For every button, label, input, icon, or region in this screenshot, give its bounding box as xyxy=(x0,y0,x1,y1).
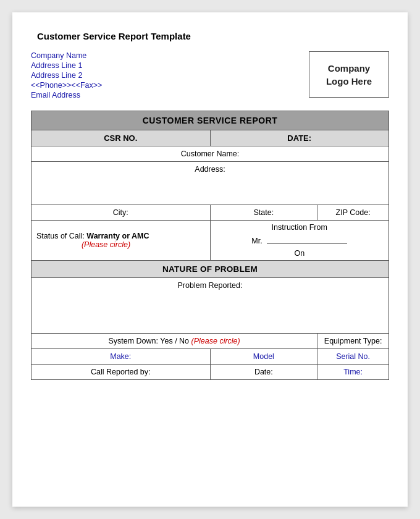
system-down-cell: System Down: Yes / No (Please circle) xyxy=(32,334,317,349)
mr-input-line xyxy=(267,243,347,243)
zip-cell: ZIP Code: xyxy=(317,205,389,221)
page: Customer Service Report Template Company… xyxy=(12,12,408,507)
time-label: Time: xyxy=(343,368,363,376)
serial-cell: Serial No. xyxy=(317,349,389,365)
mr-line-row: Mr. xyxy=(216,237,384,245)
nature-header-row: NATURE OF PROBLEM xyxy=(32,261,389,278)
instruction-cell: Instruction From Mr. On xyxy=(210,221,389,261)
system-down-label: System Down: Yes / No xyxy=(108,337,189,345)
time-cell: Time: xyxy=(317,365,389,380)
serial-label: Serial No. xyxy=(336,352,370,361)
city-state-zip-row: City: State: ZIP Code: xyxy=(32,205,389,221)
please-circle-text: (Please circle) xyxy=(36,240,130,249)
header-section: Company Name Address Line 1 Address Line… xyxy=(31,51,389,99)
state-cell: State: xyxy=(210,205,317,221)
company-info: Company Name Address Line 1 Address Line… xyxy=(31,51,102,99)
mr-label: Mr. xyxy=(251,237,262,245)
nature-header-cell: NATURE OF PROBLEM xyxy=(32,261,389,278)
city-cell: City: xyxy=(32,205,211,221)
problem-reported-cell: Problem Reported: xyxy=(32,278,389,334)
status-cell: Status of Call: Warranty or AMC (Please … xyxy=(32,221,211,261)
company-logo: CompanyLogo Here xyxy=(309,51,389,98)
on-label: On xyxy=(216,249,384,258)
address-cell: Address: xyxy=(32,162,389,205)
email-address: Email Address xyxy=(31,91,102,99)
equipment-type-cell: Equipment Type: xyxy=(317,334,389,349)
report-table: CUSTOMER SERVICE REPORT CSR NO. DATE: Cu… xyxy=(31,111,389,380)
status-label: Status of Call: xyxy=(36,232,85,240)
address-line2: Address Line 2 xyxy=(31,71,102,80)
main-header-row: CUSTOMER SERVICE REPORT xyxy=(32,111,389,130)
model-label: Model xyxy=(253,352,274,361)
call-reported-row: Call Reported by: Date: Time: xyxy=(32,365,389,380)
instruction-from-label: Instruction From xyxy=(216,223,384,232)
address-line1: Address Line 1 xyxy=(31,61,102,70)
csr-date-row: CSR NO. DATE: xyxy=(32,130,389,146)
page-title: Customer Service Report Template xyxy=(37,31,389,41)
phone-fax: <<Phone>><<Fax>> xyxy=(31,81,102,90)
problem-reported-row: Problem Reported: xyxy=(32,278,389,334)
main-header-cell: CUSTOMER SERVICE REPORT xyxy=(32,111,389,130)
make-model-serial-row: Make: Model Serial No. xyxy=(32,349,389,365)
status-instruction-row: Status of Call: Warranty or AMC (Please … xyxy=(32,221,389,261)
make-cell: Make: xyxy=(32,349,211,365)
company-name: Company Name xyxy=(31,51,102,60)
system-down-row: System Down: Yes / No (Please circle) Eq… xyxy=(32,334,389,349)
date-row-cell: Date: xyxy=(210,365,317,380)
model-cell: Model xyxy=(210,349,317,365)
customer-name-cell: Customer Name: xyxy=(32,146,389,162)
customer-name-row: Customer Name: xyxy=(32,146,389,162)
address-row: Address: xyxy=(32,162,389,205)
call-reported-cell: Call Reported by: xyxy=(32,365,211,380)
system-down-circle: (Please circle) xyxy=(191,337,240,345)
warranty-text: Warranty or AMC xyxy=(86,232,149,240)
make-label: Make: xyxy=(110,352,131,361)
csr-header: CSR NO. xyxy=(32,130,211,146)
date-header: DATE: xyxy=(210,130,389,146)
